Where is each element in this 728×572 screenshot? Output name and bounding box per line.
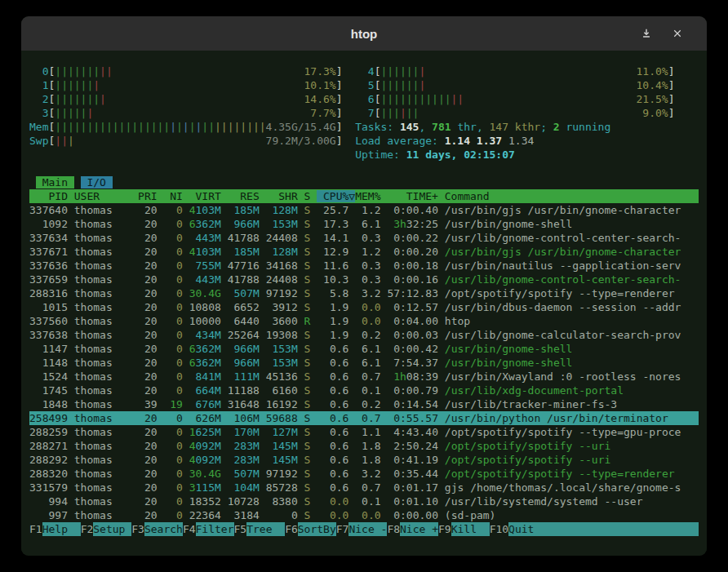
fkey-label-kill[interactable]: Kill xyxy=(451,522,490,536)
fkey-f2[interactable]: F2 xyxy=(81,522,94,536)
fkey-f8[interactable]: F8 xyxy=(387,522,400,536)
function-key-bar: F1Help F2Setup F3SearchF4FilterF5Tree F6… xyxy=(29,522,699,536)
process-row-selected[interactable]: 258499 thomas 20 0 626M 106M 59688 S 0.6… xyxy=(29,411,699,425)
cpu-meter-0-value: 17.3% xyxy=(304,64,336,78)
process-table: 337640 thomas 20 0 4103M 185M 128M S 25.… xyxy=(29,203,699,522)
window-titlebar[interactable]: htop xyxy=(21,16,707,51)
fkey-label-quit[interactable]: Quit xyxy=(508,522,547,536)
process-row[interactable]: 288316 thomas 20 0 30.4G 507M 97192 S 5.… xyxy=(29,286,699,300)
memory-meter: Mem[|||||||||||||||||||||||||||||||||4.3… xyxy=(29,120,343,134)
close-icon[interactable] xyxy=(669,25,686,42)
process-row[interactable]: 1147 thomas 20 0 6362M 966M 153M S 0.6 6… xyxy=(29,342,699,356)
process-row[interactable]: 337636 thomas 20 0 755M 47716 34168 S 11… xyxy=(29,259,699,273)
cpu-meter-4-value: 11.0% xyxy=(637,64,668,78)
cpu-meter-5: 5[|||||||10.4%] xyxy=(355,78,699,92)
cpu-meter-4-bar: |||||||11.0% xyxy=(380,64,668,78)
process-row[interactable]: 1848 thomas 39 19 676M 31648 16192 S 0.6… xyxy=(29,397,699,411)
uptime: Uptime: 11 days, 02:15:07 xyxy=(355,148,699,162)
cpu-meter-6-bar: |||||||||||||21.5% xyxy=(380,92,668,106)
process-row[interactable]: 1745 thomas 20 0 664M 11188 6160 S 0.6 0… xyxy=(29,384,699,397)
process-row[interactable]: 1015 thomas 20 0 10808 6652 3912 S 1.9 0… xyxy=(29,300,699,314)
cpu-meter-3-value: 7.7% xyxy=(310,106,335,120)
cpu-meter-0: 0[|||||||||17.3%] xyxy=(29,64,343,78)
process-row[interactable]: 331579 thomas 20 0 3115M 104M 85728 S 0.… xyxy=(29,481,699,494)
tab-main[interactable]: Main xyxy=(36,176,74,188)
load-average: Load average: 1.14 1.37 1.34 xyxy=(355,134,699,148)
fkey-f4[interactable]: F4 xyxy=(183,522,196,536)
fkey-label-sortby[interactable]: SortBy xyxy=(298,522,336,536)
fkey-f6[interactable]: F6 xyxy=(285,522,298,536)
process-row[interactable]: 337659 thomas 20 0 443M 41788 24408 S 10… xyxy=(29,273,699,286)
fkey-label-help[interactable]: Help xyxy=(42,522,81,536)
process-row[interactable]: 337560 thomas 20 0 10000 6440 3600 R 1.9… xyxy=(29,314,699,328)
spacer-line xyxy=(29,162,699,175)
swap-meter-value: 79.2M/3.00G xyxy=(266,134,336,148)
cpu-meter-2-bar: ||||||||14.6% xyxy=(55,92,335,106)
cpu-meter-7-bar: ||||||9.0% xyxy=(380,106,668,120)
cpu-meter-3-bar: ||||||7.7% xyxy=(55,106,335,120)
fkey-bar-fill xyxy=(547,522,699,536)
fkey-label-nice-[interactable]: Nice + xyxy=(400,522,438,536)
process-row[interactable]: 337640 thomas 20 0 4103M 185M 128M S 25.… xyxy=(29,203,699,217)
fkey-f10[interactable]: F10 xyxy=(490,522,508,536)
memory-meter-value: 4.35G/15.4G xyxy=(266,120,336,134)
fkey-f1[interactable]: F1 xyxy=(29,522,42,536)
fkey-label-filter[interactable]: Filter xyxy=(196,522,234,536)
process-row[interactable]: 288320 thomas 20 0 30.4G 507M 97192 S 0.… xyxy=(29,467,699,481)
process-row[interactable]: 997 thomas 20 0 22364 3184 0 S 0.0 0.0 0… xyxy=(29,508,699,522)
process-row[interactable]: 288271 thomas 20 0 4092M 283M 145M S 0.6… xyxy=(29,439,699,453)
process-row[interactable]: 337634 thomas 20 0 443M 41788 24408 S 14… xyxy=(29,231,699,245)
swap-meter-bar: |||79.2M/3.00G xyxy=(55,134,335,148)
terminal-window: htop 0[|||||||||17.3%] 1[|||||||10.1%] 2… xyxy=(21,16,707,556)
tab-i-o[interactable]: I/O xyxy=(81,176,113,188)
process-row[interactable]: 1092 thomas 20 0 6362M 966M 153M S 17.3 … xyxy=(29,217,699,231)
process-row[interactable]: 337671 thomas 20 0 4103M 185M 128M S 12.… xyxy=(29,245,699,259)
cpu-meter-2-value: 14.6% xyxy=(304,92,336,106)
process-row[interactable]: 337638 thomas 20 0 434M 25264 19308 S 1.… xyxy=(29,328,699,342)
download-icon[interactable] xyxy=(638,25,655,42)
memory-meter-bar: |||||||||||||||||||||||||||||||||4.35G/1… xyxy=(55,120,335,134)
window-title: htop xyxy=(351,27,377,41)
cpu-meter-5-value: 10.4% xyxy=(637,78,668,92)
process-row[interactable]: 1524 thomas 20 0 841M 111M 45136 S 0.6 0… xyxy=(29,370,699,384)
fkey-f3[interactable]: F3 xyxy=(131,522,144,536)
table-header[interactable]: PID USER PRI NI VIRT RES SHR S CPU%▽MEM%… xyxy=(29,189,699,203)
swap-meter: Swp[|||79.2M/3.00G] xyxy=(29,134,343,148)
cpu-meter-7: 7[||||||9.0%] xyxy=(355,106,699,120)
cpu-meter-2: 2[||||||||14.6%] xyxy=(29,92,343,106)
cpu-meter-6: 6[|||||||||||||21.5%] xyxy=(355,92,699,106)
fkey-label-tree[interactable]: Tree xyxy=(246,522,285,536)
tasks-summary: Tasks: 145, 781 thr, 147 kthr; 2 running xyxy=(355,120,699,134)
cpu-meter-6-value: 21.5% xyxy=(637,92,668,106)
fkey-f9[interactable]: F9 xyxy=(438,522,451,536)
cpu-meter-1-value: 10.1% xyxy=(304,78,336,92)
cpu-meter-7-value: 9.0% xyxy=(642,106,668,120)
fkey-label-setup[interactable]: Setup xyxy=(93,522,131,536)
fkey-f5[interactable]: F5 xyxy=(234,522,247,536)
cpu-meter-0-bar: |||||||||17.3% xyxy=(55,64,335,78)
process-row[interactable]: 288292 thomas 20 0 4092M 283M 145M S 0.6… xyxy=(29,453,699,467)
fkey-f7[interactable]: F7 xyxy=(336,522,349,536)
fkey-label-search[interactable]: Search xyxy=(144,522,183,536)
sort-column-cpu[interactable]: CPU%▽ xyxy=(317,190,355,202)
screen-tabs: Main I/O xyxy=(29,175,699,189)
cpu-meter-3: 3[||||||7.7%] xyxy=(29,106,343,120)
fkey-label-nice-[interactable]: Nice - xyxy=(348,522,387,536)
process-row[interactable]: 288259 thomas 20 0 1625M 170M 127M S 0.6… xyxy=(29,425,699,439)
cpu-meter-1-bar: |||||||10.1% xyxy=(55,78,335,92)
process-row[interactable]: 994 thomas 20 0 18352 10728 8380 S 0.0 0… xyxy=(29,494,699,508)
meters-area: 0[|||||||||17.3%] 1[|||||||10.1%] 2[||||… xyxy=(29,64,699,162)
cpu-meter-1: 1[|||||||10.1%] xyxy=(29,78,343,92)
cpu-meter-4: 4[|||||||11.0%] xyxy=(355,64,699,78)
process-row[interactable]: 1148 thomas 20 0 6362M 966M 153M S 0.6 6… xyxy=(29,356,699,370)
htop-terminal: 0[|||||||||17.3%] 1[|||||||10.1%] 2[||||… xyxy=(21,51,707,556)
cpu-meter-5-bar: |||||||10.4% xyxy=(380,78,668,92)
